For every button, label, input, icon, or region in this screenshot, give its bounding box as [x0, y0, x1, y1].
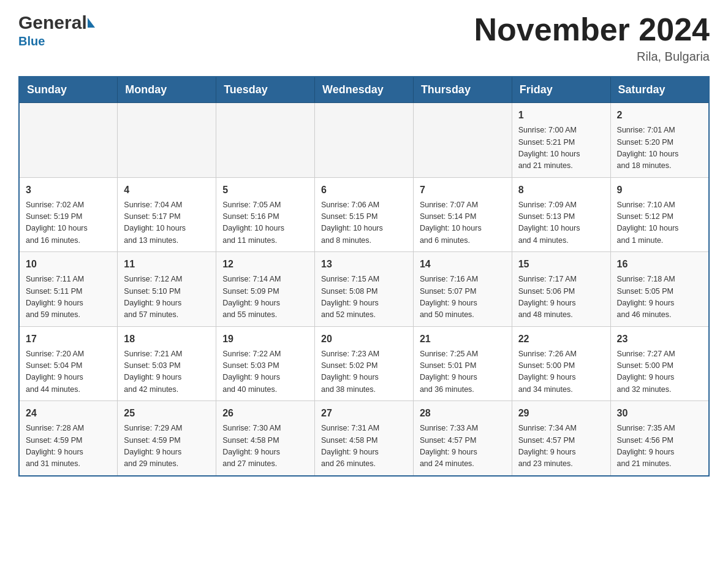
calendar-cell: 10Sunrise: 7:11 AMSunset: 5:11 PMDayligh… [19, 252, 118, 327]
day-number: 15 [518, 257, 604, 272]
day-info: Sunrise: 7:30 AMSunset: 4:58 PMDaylight:… [222, 423, 308, 470]
day-info: Sunrise: 7:33 AMSunset: 4:57 PMDaylight:… [420, 423, 506, 470]
calendar-cell: 1Sunrise: 7:00 AMSunset: 5:21 PMDaylight… [512, 103, 610, 178]
day-number: 25 [124, 406, 210, 421]
calendar-cell: 14Sunrise: 7:16 AMSunset: 5:07 PMDayligh… [413, 252, 512, 327]
day-number: 6 [321, 183, 407, 197]
day-number: 26 [222, 406, 308, 421]
calendar-cell [413, 103, 512, 178]
calendar-cell: 20Sunrise: 7:23 AMSunset: 5:02 PMDayligh… [315, 326, 414, 401]
calendar-cell: 5Sunrise: 7:05 AMSunset: 5:16 PMDaylight… [216, 177, 315, 252]
day-info: Sunrise: 7:14 AMSunset: 5:09 PMDaylight:… [222, 274, 308, 321]
day-number: 12 [222, 257, 308, 272]
title-area: November 2024 Rila, Bulgaria [474, 12, 710, 64]
weekday-header-saturday: Saturday [610, 77, 709, 103]
day-number: 2 [617, 108, 702, 123]
day-info: Sunrise: 7:07 AMSunset: 5:14 PMDaylight:… [420, 199, 506, 247]
day-number: 27 [321, 406, 407, 421]
day-info: Sunrise: 7:35 AMSunset: 4:56 PMDaylight:… [617, 423, 702, 470]
calendar-cell: 26Sunrise: 7:30 AMSunset: 4:58 PMDayligh… [216, 401, 315, 476]
day-info: Sunrise: 7:27 AMSunset: 5:00 PMDaylight:… [617, 348, 702, 396]
day-info: Sunrise: 7:12 AMSunset: 5:10 PMDaylight:… [124, 274, 210, 321]
calendar-cell: 17Sunrise: 7:20 AMSunset: 5:04 PMDayligh… [19, 326, 118, 401]
weekday-header-monday: Monday [118, 77, 216, 103]
day-info: Sunrise: 7:25 AMSunset: 5:01 PMDaylight:… [420, 348, 506, 396]
calendar-cell: 3Sunrise: 7:02 AMSunset: 5:19 PMDaylight… [19, 177, 118, 252]
day-number: 10 [26, 257, 111, 272]
day-info: Sunrise: 7:01 AMSunset: 5:20 PMDaylight:… [617, 124, 702, 172]
day-number: 24 [26, 406, 111, 421]
calendar-cell: 2Sunrise: 7:01 AMSunset: 5:20 PMDaylight… [610, 103, 709, 178]
day-info: Sunrise: 7:28 AMSunset: 4:59 PMDaylight:… [26, 423, 111, 470]
calendar-cell: 7Sunrise: 7:07 AMSunset: 5:14 PMDaylight… [413, 177, 512, 252]
day-info: Sunrise: 7:16 AMSunset: 5:07 PMDaylight:… [420, 274, 506, 321]
day-info: Sunrise: 7:09 AMSunset: 5:13 PMDaylight:… [518, 199, 604, 247]
day-info: Sunrise: 7:29 AMSunset: 4:59 PMDaylight:… [124, 423, 210, 470]
day-number: 7 [420, 183, 506, 197]
day-number: 11 [124, 257, 210, 272]
calendar-cell [118, 103, 216, 178]
calendar-cell: 16Sunrise: 7:18 AMSunset: 5:05 PMDayligh… [610, 252, 709, 327]
month-title: November 2024 [474, 12, 710, 47]
day-number: 29 [518, 406, 604, 421]
calendar-cell: 6Sunrise: 7:06 AMSunset: 5:15 PMDaylight… [315, 177, 414, 252]
calendar-cell: 29Sunrise: 7:34 AMSunset: 4:57 PMDayligh… [512, 401, 610, 476]
day-number: 14 [420, 257, 506, 272]
day-number: 23 [617, 332, 702, 347]
logo-arrow-icon [88, 18, 95, 28]
day-info: Sunrise: 7:21 AMSunset: 5:03 PMDaylight:… [124, 348, 210, 396]
day-info: Sunrise: 7:23 AMSunset: 5:02 PMDaylight:… [321, 348, 407, 396]
calendar-cell [315, 103, 414, 178]
day-number: 22 [518, 332, 604, 347]
day-number: 9 [617, 183, 702, 197]
weekday-header-tuesday: Tuesday [216, 77, 315, 103]
calendar-table: SundayMondayTuesdayWednesdayThursdayFrid… [18, 76, 710, 477]
week-row-2: 3Sunrise: 7:02 AMSunset: 5:19 PMDaylight… [19, 177, 709, 252]
calendar-cell: 11Sunrise: 7:12 AMSunset: 5:10 PMDayligh… [118, 252, 216, 327]
week-row-4: 17Sunrise: 7:20 AMSunset: 5:04 PMDayligh… [19, 326, 709, 401]
day-info: Sunrise: 7:20 AMSunset: 5:04 PMDaylight:… [26, 348, 111, 396]
day-info: Sunrise: 7:10 AMSunset: 5:12 PMDaylight:… [617, 199, 702, 247]
day-number: 28 [420, 406, 506, 421]
day-number: 21 [420, 332, 506, 347]
day-number: 30 [617, 406, 702, 421]
day-info: Sunrise: 7:05 AMSunset: 5:16 PMDaylight:… [222, 199, 308, 247]
day-info: Sunrise: 7:18 AMSunset: 5:05 PMDaylight:… [617, 274, 702, 321]
day-number: 17 [26, 332, 111, 347]
calendar-cell: 30Sunrise: 7:35 AMSunset: 4:56 PMDayligh… [610, 401, 709, 476]
calendar-cell: 9Sunrise: 7:10 AMSunset: 5:12 PMDaylight… [610, 177, 709, 252]
weekday-header-wednesday: Wednesday [315, 77, 414, 103]
day-info: Sunrise: 7:34 AMSunset: 4:57 PMDaylight:… [518, 423, 604, 470]
day-number: 1 [518, 108, 604, 123]
day-number: 18 [124, 332, 210, 347]
calendar-cell: 22Sunrise: 7:26 AMSunset: 5:00 PMDayligh… [512, 326, 610, 401]
calendar-cell: 13Sunrise: 7:15 AMSunset: 5:08 PMDayligh… [315, 252, 414, 327]
calendar-cell: 27Sunrise: 7:31 AMSunset: 4:58 PMDayligh… [315, 401, 414, 476]
calendar-cell: 15Sunrise: 7:17 AMSunset: 5:06 PMDayligh… [512, 252, 610, 327]
calendar-cell: 24Sunrise: 7:28 AMSunset: 4:59 PMDayligh… [19, 401, 118, 476]
calendar-cell: 21Sunrise: 7:25 AMSunset: 5:01 PMDayligh… [413, 326, 512, 401]
day-info: Sunrise: 7:17 AMSunset: 5:06 PMDaylight:… [518, 274, 604, 321]
calendar-cell: 4Sunrise: 7:04 AMSunset: 5:17 PMDaylight… [118, 177, 216, 252]
day-info: Sunrise: 7:02 AMSunset: 5:19 PMDaylight:… [26, 199, 111, 247]
calendar-cell: 28Sunrise: 7:33 AMSunset: 4:57 PMDayligh… [413, 401, 512, 476]
weekday-header-row: SundayMondayTuesdayWednesdayThursdayFrid… [19, 77, 709, 103]
weekday-header-friday: Friday [512, 77, 610, 103]
location-text: Rila, Bulgaria [474, 50, 710, 64]
day-info: Sunrise: 7:06 AMSunset: 5:15 PMDaylight:… [321, 199, 407, 247]
day-number: 4 [124, 183, 210, 197]
day-info: Sunrise: 7:00 AMSunset: 5:21 PMDaylight:… [518, 124, 604, 172]
day-number: 3 [26, 183, 111, 197]
calendar-cell: 23Sunrise: 7:27 AMSunset: 5:00 PMDayligh… [610, 326, 709, 401]
day-number: 8 [518, 183, 604, 197]
calendar-cell: 8Sunrise: 7:09 AMSunset: 5:13 PMDaylight… [512, 177, 610, 252]
day-number: 16 [617, 257, 702, 272]
calendar-cell: 25Sunrise: 7:29 AMSunset: 4:59 PMDayligh… [118, 401, 216, 476]
week-row-5: 24Sunrise: 7:28 AMSunset: 4:59 PMDayligh… [19, 401, 709, 476]
day-info: Sunrise: 7:15 AMSunset: 5:08 PMDaylight:… [321, 274, 407, 321]
calendar-cell: 19Sunrise: 7:22 AMSunset: 5:03 PMDayligh… [216, 326, 315, 401]
weekday-header-thursday: Thursday [413, 77, 512, 103]
week-row-3: 10Sunrise: 7:11 AMSunset: 5:11 PMDayligh… [19, 252, 709, 327]
calendar-cell: 12Sunrise: 7:14 AMSunset: 5:09 PMDayligh… [216, 252, 315, 327]
day-number: 5 [222, 183, 308, 197]
